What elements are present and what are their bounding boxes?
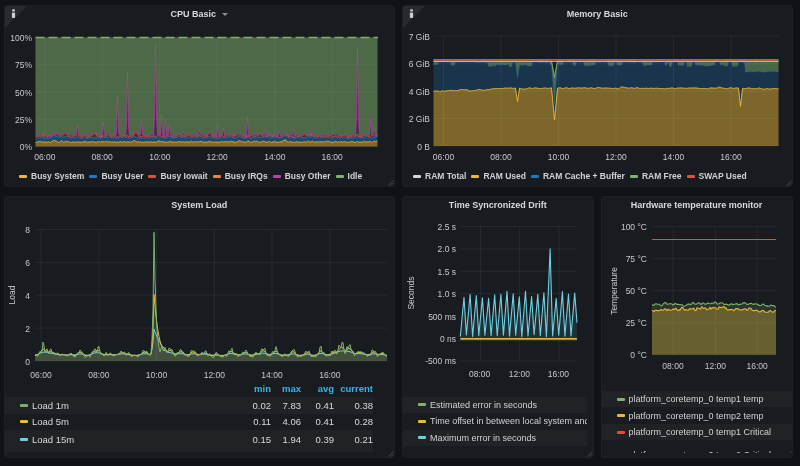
svg-text:50%: 50% xyxy=(15,88,32,98)
svg-text:500 ms: 500 ms xyxy=(428,312,456,322)
svg-text:08:00: 08:00 xyxy=(88,370,110,380)
svg-text:08:00: 08:00 xyxy=(490,152,512,162)
svg-text:08:00: 08:00 xyxy=(469,369,491,379)
svg-text:100%: 100% xyxy=(10,33,32,43)
svg-text:Temperature: Temperature xyxy=(609,267,619,315)
svg-text:0 B: 0 B xyxy=(417,142,430,152)
svg-text:12:00: 12:00 xyxy=(509,369,531,379)
svg-text:14:00: 14:00 xyxy=(264,152,286,162)
svg-text:14:00: 14:00 xyxy=(663,152,685,162)
svg-text:16:00: 16:00 xyxy=(548,369,570,379)
svg-text:12:00: 12:00 xyxy=(204,370,226,380)
svg-text:25%: 25% xyxy=(15,115,32,125)
svg-text:2.0 s: 2.0 s xyxy=(438,244,456,254)
svg-text:12:00: 12:00 xyxy=(207,152,229,162)
svg-text:Seconds: Seconds xyxy=(406,276,416,309)
svg-text:16:00: 16:00 xyxy=(319,370,341,380)
svg-text:06:00: 06:00 xyxy=(30,370,52,380)
svg-text:10:00: 10:00 xyxy=(149,152,171,162)
svg-text:10:00: 10:00 xyxy=(548,152,570,162)
svg-text:50 °C: 50 °C xyxy=(625,286,646,296)
svg-text:75 °C: 75 °C xyxy=(625,254,646,264)
svg-text:4 GiB: 4 GiB xyxy=(409,87,431,97)
svg-text:06:00: 06:00 xyxy=(433,152,455,162)
svg-text:0: 0 xyxy=(25,357,30,367)
svg-text:12:00: 12:00 xyxy=(605,152,627,162)
svg-text:75%: 75% xyxy=(15,60,32,70)
svg-text:0%: 0% xyxy=(20,142,33,152)
svg-text:10:00: 10:00 xyxy=(146,370,168,380)
svg-text:-500 ms: -500 ms xyxy=(425,356,456,366)
svg-text:16:00: 16:00 xyxy=(720,152,742,162)
svg-text:16:00: 16:00 xyxy=(322,152,344,162)
svg-text:1.5 s: 1.5 s xyxy=(438,267,456,277)
svg-text:12:00: 12:00 xyxy=(704,361,726,371)
svg-text:2.5 s: 2.5 s xyxy=(438,222,456,232)
svg-text:100 °C: 100 °C xyxy=(620,222,646,232)
svg-text:0 °C: 0 °C xyxy=(630,350,647,360)
svg-text:4: 4 xyxy=(25,291,30,301)
svg-text:2: 2 xyxy=(25,324,30,334)
svg-text:6: 6 xyxy=(25,258,30,268)
svg-text:6 GiB: 6 GiB xyxy=(409,59,431,69)
svg-text:14:00: 14:00 xyxy=(261,370,283,380)
svg-text:1.0 s: 1.0 s xyxy=(438,289,456,299)
svg-text:0 ns: 0 ns xyxy=(440,334,456,344)
svg-text:2 GiB: 2 GiB xyxy=(409,114,431,124)
svg-text:08:00: 08:00 xyxy=(662,361,684,371)
svg-text:16:00: 16:00 xyxy=(746,361,768,371)
svg-text:Load: Load xyxy=(7,285,17,304)
svg-text:25 °C: 25 °C xyxy=(625,318,646,328)
svg-text:08:00: 08:00 xyxy=(92,152,114,162)
svg-text:7 GiB: 7 GiB xyxy=(409,32,431,42)
svg-text:8: 8 xyxy=(25,225,30,235)
svg-text:06:00: 06:00 xyxy=(34,152,56,162)
